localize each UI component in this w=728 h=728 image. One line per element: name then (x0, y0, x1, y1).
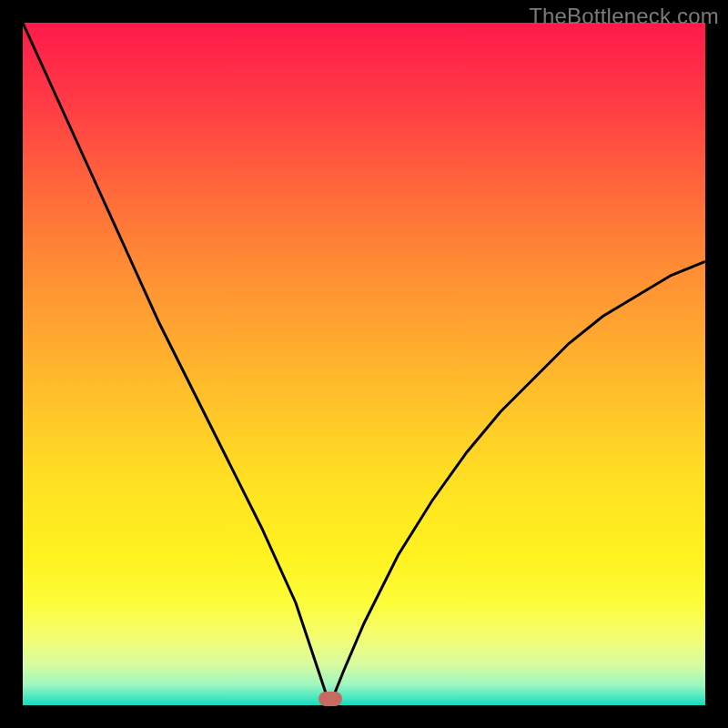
minimum-marker (318, 692, 342, 706)
bottleneck-curve (23, 23, 705, 705)
chart-frame: TheBottleneck.com (0, 0, 728, 728)
curve-layer (23, 23, 705, 705)
watermark-text: TheBottleneck.com (529, 4, 719, 29)
